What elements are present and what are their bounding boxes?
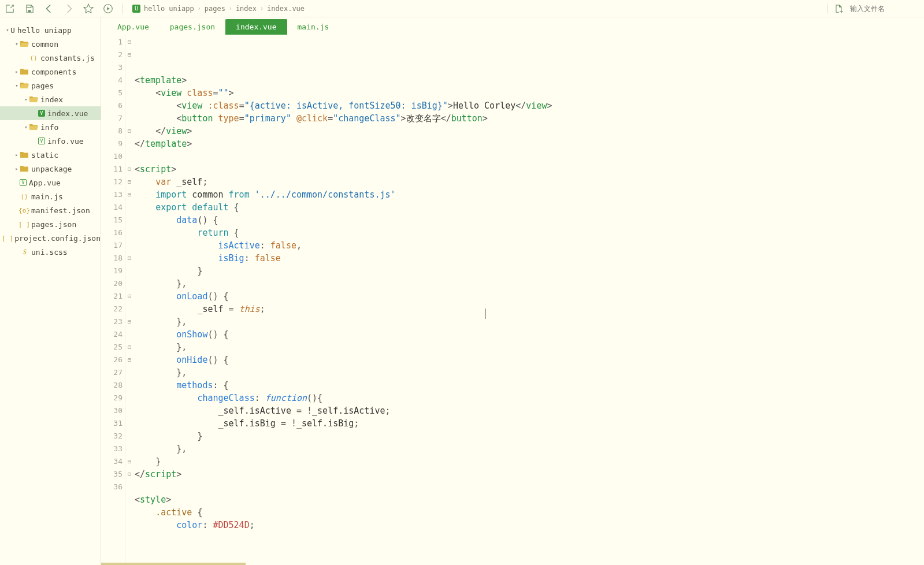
fold-marker[interactable]: ⊟ [125, 290, 133, 303]
tree-item-project-config-json[interactable]: [ ]project.config.json [0, 231, 101, 245]
expand-arrow-icon[interactable]: ▸ [14, 152, 20, 158]
run-icon[interactable] [103, 3, 113, 14]
tree-label: components [31, 68, 76, 76]
code-editor[interactable]: 1234567891011121314151617181920212223242… [101, 35, 924, 565]
code-content[interactable]: <template> <view class=""> <view :class=… [133, 35, 924, 565]
fold-marker[interactable] [125, 201, 133, 214]
tree-item-App-vue[interactable]: VApp.vue [0, 176, 101, 189]
file-icon [20, 40, 29, 48]
breadcrumb-item[interactable]: pages [205, 5, 225, 13]
fold-marker[interactable] [125, 366, 133, 379]
fold-marker[interactable] [125, 277, 133, 290]
back-icon[interactable] [44, 3, 54, 14]
fold-marker[interactable]: ⊟ [125, 354, 133, 366]
expand-arrow-icon[interactable]: ▾ [5, 27, 10, 33]
tree-label: hello uniapp [17, 26, 72, 35]
fold-marker[interactable] [125, 99, 133, 112]
fold-marker[interactable]: ⊟ [125, 468, 133, 481]
fold-marker[interactable]: ⊟ [125, 341, 133, 354]
fold-marker[interactable] [125, 74, 133, 87]
expand-arrow-icon[interactable]: ▸ [14, 166, 20, 172]
project-icon: U [132, 5, 140, 13]
expand-arrow-icon[interactable]: ▾ [23, 124, 29, 130]
fold-marker[interactable] [125, 226, 133, 239]
file-icon: {o} [20, 206, 29, 214]
tree-label: common [31, 40, 58, 49]
tab-pages-json[interactable]: pages.json [159, 19, 225, 35]
fold-marker[interactable] [125, 150, 133, 163]
tree-item-pages-json[interactable]: [ ]pages.json [0, 217, 101, 231]
file-icon: ⟨⟩ [29, 54, 38, 62]
fold-marker[interactable] [125, 87, 133, 99]
fold-marker[interactable] [125, 239, 133, 252]
tree-item-unpackage[interactable]: ▸unpackage [0, 162, 101, 176]
fold-marker[interactable]: ⊟ [125, 455, 133, 468]
fold-marker[interactable] [125, 265, 133, 277]
fold-marker[interactable] [125, 443, 133, 455]
expand-arrow-icon[interactable]: ▾ [23, 96, 29, 102]
fold-marker[interactable] [125, 112, 133, 125]
fold-marker[interactable] [125, 137, 133, 150]
tree-item-info[interactable]: ▾info [0, 120, 101, 134]
tree-label: App.vue [29, 179, 61, 187]
fold-marker[interactable]: ⊟ [125, 188, 133, 201]
fold-marker[interactable] [125, 61, 133, 74]
fold-marker[interactable] [125, 328, 133, 341]
import-icon[interactable] [5, 3, 15, 14]
tree-item-main-js[interactable]: ⟨⟩main.js [0, 189, 101, 203]
file-icon [20, 68, 29, 76]
expand-arrow-icon[interactable]: ▸ [14, 69, 20, 75]
tree-label: static [31, 151, 58, 159]
fold-marker[interactable]: ⊟ [125, 176, 133, 188]
breadcrumb: U hello uniapp › pages › index › index.v… [132, 5, 305, 13]
tree-label: info [40, 123, 58, 132]
tab-index-vue[interactable]: index.vue [225, 19, 287, 35]
tree-label: project.config.json [14, 234, 101, 243]
fold-marker[interactable] [125, 214, 133, 226]
forward-icon[interactable] [64, 3, 74, 14]
separator [123, 3, 123, 14]
breadcrumb-item[interactable]: hello uniapp [144, 5, 194, 13]
file-tree[interactable]: ▾Uhello uniapp▾common⟨⟩constants.js▸comp… [0, 17, 101, 565]
breadcrumb-item[interactable]: index.vue [267, 5, 305, 13]
fold-marker[interactable] [125, 404, 133, 417]
tree-item-index-vue[interactable]: Vindex.vue [0, 106, 101, 120]
fold-marker[interactable]: ⊟ [125, 315, 133, 328]
fold-marker[interactable] [125, 481, 133, 493]
save-icon[interactable] [24, 3, 35, 14]
line-gutter: 1234567891011121314151617181920212223242… [101, 35, 125, 565]
expand-arrow-icon[interactable]: ▾ [14, 41, 20, 47]
fold-marker[interactable]: ⊟ [125, 163, 133, 176]
fold-marker[interactable]: ⊟ [125, 252, 133, 265]
fold-marker[interactable]: ⊟ [125, 125, 133, 137]
fold-marker[interactable] [125, 379, 133, 392]
tree-item-common[interactable]: ▾common [0, 37, 101, 51]
editor-tabs: App.vuepages.jsonindex.vuemain.js [101, 17, 924, 35]
fold-marker[interactable] [125, 303, 133, 315]
tree-item-hello-uniapp[interactable]: ▾Uhello uniapp [0, 23, 101, 37]
tree-item-static[interactable]: ▸static [0, 148, 101, 162]
tree-item-uni-scss[interactable]: Suni.scss [0, 245, 101, 259]
tree-item-constants-js[interactable]: ⟨⟩constants.js [0, 51, 101, 65]
fold-marker[interactable] [125, 417, 133, 430]
fold-marker[interactable] [125, 430, 133, 443]
tree-item-manifest-json[interactable]: {o}manifest.json [0, 203, 101, 217]
file-icon [20, 151, 29, 159]
fold-marker[interactable] [125, 392, 133, 404]
star-icon[interactable] [83, 3, 94, 14]
fold-marker[interactable]: ⊟ [125, 49, 133, 61]
new-file-icon[interactable] [834, 3, 844, 14]
fold-marker[interactable]: ⊟ [125, 36, 133, 49]
tab-App-vue[interactable]: App.vue [107, 19, 159, 35]
breadcrumb-item[interactable]: index [236, 5, 257, 13]
tree-item-pages[interactable]: ▾pages [0, 79, 101, 92]
tree-item-index[interactable]: ▾index [0, 92, 101, 106]
tab-main-js[interactable]: main.js [287, 19, 340, 35]
tree-item-info-vue[interactable]: Vinfo.vue [0, 134, 101, 148]
tree-item-components[interactable]: ▸components [0, 65, 101, 79]
fold-column[interactable]: ⊟⊟⊟⊟⊟⊟⊟⊟⊟⊟⊟⊟⊟ [125, 35, 133, 565]
horizontal-scrollbar[interactable] [101, 563, 246, 565]
separator [827, 3, 828, 14]
expand-arrow-icon[interactable]: ▾ [14, 83, 20, 88]
file-search-input[interactable] [850, 5, 919, 13]
